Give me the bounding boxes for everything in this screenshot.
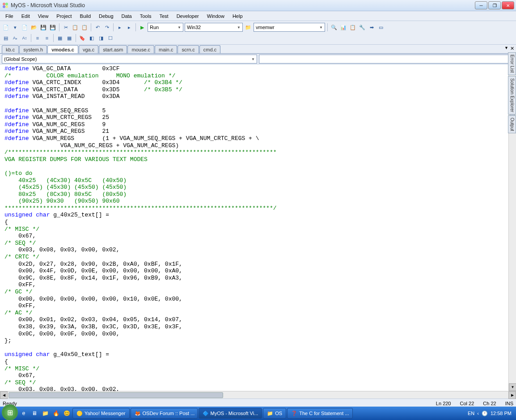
file-tab[interactable]: main.c — [155, 45, 177, 53]
new-dropdown-icon[interactable]: ▾ — [11, 23, 19, 31]
tool6-icon[interactable]: ▭ — [377, 23, 385, 31]
side-panel-tab[interactable]: Solution Explorer — [508, 76, 516, 115]
taskbar-app-label: OS — [275, 411, 282, 416]
comment-icon[interactable]: ▦ — [56, 34, 64, 42]
misc1-icon[interactable]: ◧ — [88, 34, 96, 42]
file-tab[interactable]: vmodes.c — [47, 45, 78, 53]
taskbar-app-label: Yahoo! Messenger — [85, 411, 126, 416]
folder-icon[interactable]: 📁 — [244, 23, 252, 31]
tray-icon[interactable]: 🕐 — [482, 411, 488, 416]
maximize-button[interactable]: ❐ — [488, 1, 501, 9]
menu-edit[interactable]: Edit — [18, 13, 34, 20]
menu-tools[interactable]: Tools — [136, 13, 155, 20]
ql-ie-icon[interactable]: e — [19, 408, 29, 418]
tool4-icon[interactable]: 🔧 — [358, 23, 366, 31]
taskbar-app-label: The C for Statement ... — [299, 411, 349, 416]
bookmark-icon[interactable]: 🔖 — [78, 34, 86, 42]
save-all-icon[interactable]: 💾 — [49, 23, 57, 31]
config-label: Win32 — [187, 25, 201, 30]
horizontal-scrollbar[interactable]: ◀ ▶ — [0, 391, 516, 399]
menu-build[interactable]: Build — [76, 13, 94, 20]
ql-app1-icon[interactable]: 🔥 — [51, 408, 61, 418]
file-tab[interactable]: cmd.c — [199, 45, 220, 53]
run-combo[interactable]: Run▼ — [148, 23, 183, 32]
file-tab[interactable]: mouse.c — [127, 45, 154, 53]
menu-developer[interactable]: Developer — [173, 13, 203, 20]
menu-window[interactable]: Window — [203, 13, 228, 20]
ql-app2-icon[interactable]: 😊 — [62, 408, 72, 418]
scope-left-combo[interactable]: (Global Scope)▼ — [2, 55, 257, 64]
side-panel-tab[interactable]: Error List — [508, 52, 516, 75]
taskbar-button[interactable]: 🦊OSDev Forum :: Post ... — [131, 408, 198, 419]
menubar: FileEditViewProjectBuildDebugDataToolsTe… — [0, 11, 516, 21]
taskbar-button[interactable]: 🟡Yahoo! Messenger — [72, 408, 130, 419]
paste-icon[interactable]: 📋 — [80, 23, 89, 31]
close-button[interactable]: ✕ — [502, 1, 514, 9]
indent-inc-icon[interactable]: ≡ — [43, 34, 51, 42]
svg-point-2 — [3, 5, 5, 8]
tray-expand-icon[interactable]: ‹ — [477, 411, 479, 416]
tray-time: 12:58 PM — [491, 411, 512, 416]
fmt-aa-icon[interactable]: Aₐ — [11, 34, 19, 42]
file-tab[interactable]: kb.c — [2, 45, 19, 53]
system-tray[interactable]: EN ‹ 🕐 12:58 PM — [465, 411, 514, 416]
undo-icon[interactable]: ↶ — [93, 23, 102, 31]
file-tab[interactable]: scrn.c — [178, 45, 199, 53]
ql-desktop-icon[interactable]: 🖥 — [30, 408, 39, 418]
toolbar-area: 📄 ▾ 📄 📂 💾 💾 ✂ 📋 📋 ↶ ↷ ▸ ▸ ▶ Run▼ Win32▼ … — [0, 21, 516, 45]
misc3-icon[interactable]: ☐ — [106, 34, 114, 42]
tool5-icon[interactable]: ➡ — [368, 23, 376, 31]
scroll-left-icon[interactable]: ◀ — [0, 391, 8, 399]
hscroll-thumb[interactable] — [8, 392, 223, 398]
uncomment-icon[interactable]: ▦ — [65, 34, 73, 42]
config-combo[interactable]: Win32▼ — [185, 23, 243, 32]
redo-icon[interactable]: ↷ — [103, 23, 111, 31]
open-icon[interactable]: 📂 — [30, 23, 38, 31]
menu-test[interactable]: Test — [156, 13, 172, 20]
minimize-button[interactable]: ─ — [475, 1, 487, 9]
target-label: vmemwr — [256, 25, 275, 30]
taskbar-button[interactable]: 📁OS — [263, 408, 286, 419]
tool1-icon[interactable]: 🔍 — [330, 23, 338, 31]
svg-point-3 — [5, 5, 8, 8]
fmt1-icon[interactable]: ▤ — [2, 34, 10, 42]
taskbar-app-icon: 🟡 — [76, 411, 83, 416]
nav-fwd-icon[interactable]: ▸ — [125, 23, 133, 31]
misc2-icon[interactable]: ◨ — [97, 34, 105, 42]
menu-file[interactable]: File — [2, 13, 17, 20]
file-tab[interactable]: vga.c — [79, 45, 98, 53]
tool3-icon[interactable]: 📋 — [349, 23, 357, 31]
menu-debug[interactable]: Debug — [95, 13, 117, 20]
menu-project[interactable]: Project — [53, 13, 75, 20]
scroll-right-icon[interactable]: ▶ — [508, 391, 516, 399]
cut-icon[interactable]: ✂ — [62, 23, 70, 31]
menu-data[interactable]: Data — [118, 13, 135, 20]
file-tab[interactable]: start.asm — [99, 45, 127, 53]
menu-view[interactable]: View — [34, 13, 52, 20]
tab-close-icon[interactable]: ✕ — [510, 46, 514, 51]
indent-dec-icon[interactable]: ≡ — [34, 34, 42, 42]
tool2-icon[interactable]: 📊 — [339, 23, 347, 31]
play-icon[interactable]: ▶ — [138, 23, 146, 31]
save-icon[interactable]: 💾 — [39, 23, 47, 31]
copy-icon[interactable]: 📋 — [71, 23, 79, 31]
scope-left-label: (Global Scope) — [4, 56, 37, 62]
scope-right-combo[interactable]: ▼ — [259, 55, 514, 64]
new-project-icon[interactable]: 📄 — [2, 23, 10, 31]
ql-folder-icon[interactable]: 📁 — [40, 408, 50, 418]
side-panel-tab[interactable]: Output — [508, 115, 516, 133]
file-tab[interactable]: system.h — [19, 45, 47, 53]
start-button[interactable]: ⊞ — [2, 404, 18, 420]
taskbar-button[interactable]: 🔷MyOS - Microsoft Vi... — [199, 408, 262, 419]
code-editor[interactable]: #define VGA_GC_DATA 0x3CF /* COLOR emula… — [0, 64, 508, 391]
status-ln: Ln 220 — [436, 401, 451, 406]
menu-help[interactable]: Help — [229, 13, 246, 20]
tab-dropdown-icon[interactable]: ▼ — [504, 46, 508, 51]
add-item-icon[interactable]: 📄 — [21, 23, 29, 31]
app-icon — [2, 2, 9, 9]
nav-back-icon[interactable]: ▸ — [116, 23, 124, 31]
fmt-az-icon[interactable]: A↕ — [21, 34, 29, 42]
tray-lang[interactable]: EN — [468, 411, 474, 416]
taskbar-button[interactable]: ❓The C for Statement ... — [287, 408, 353, 419]
target-combo[interactable]: vmemwr▼ — [254, 23, 325, 32]
